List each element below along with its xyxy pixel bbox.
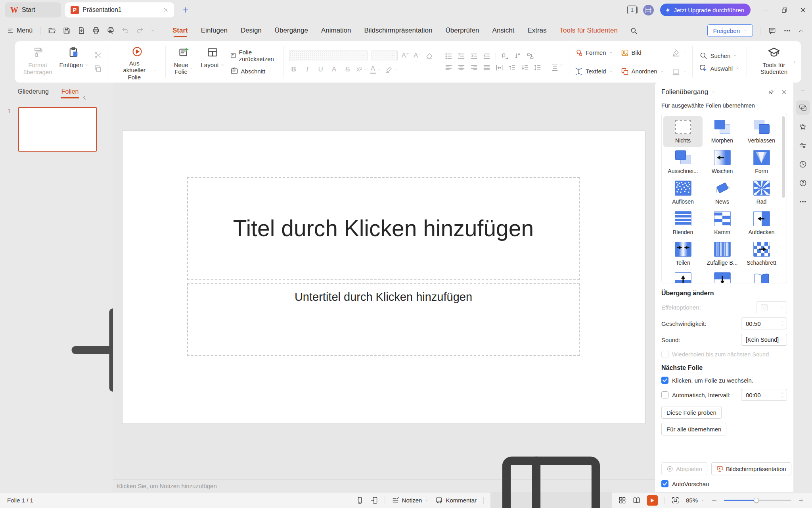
collapse-icon[interactable] [799,88,807,92]
font-color-button[interactable]: A [370,65,381,74]
advance-auto-checkbox[interactable] [661,391,668,398]
transition-option-nichts[interactable]: Nichts [663,116,703,147]
arrange-button[interactable]: Anordnen [621,67,664,75]
ribbon-expand-button[interactable] [790,45,799,79]
phone-view-icon[interactable] [356,496,364,504]
transition-option-auflösen[interactable]: Auflösen [663,177,703,208]
slideshow-button[interactable]: Bildschirmpräsentation [711,462,791,475]
chevron-down-icon[interactable] [711,91,715,93]
transition-option-rad[interactable]: Rad [742,177,781,208]
copy-icon[interactable] [94,65,102,73]
distribute-text-icon[interactable] [551,64,563,71]
window-count-badge[interactable]: 1 [627,6,637,14]
document-tab[interactable]: P Präsentation1 [65,2,174,17]
transition-option-verblassen[interactable]: Verblassen [742,116,781,147]
main-menu-button[interactable]: Menü [7,27,33,34]
char-border-button[interactable]: A [329,65,339,73]
collapse-panel-icon[interactable] [82,95,87,100]
menu-tab-tools-f-r-studenten[interactable]: Tools für Studenten [559,21,618,40]
share-button[interactable]: Freigeben [707,24,753,37]
transition-option-morphen[interactable]: Morphen [703,116,742,147]
transition-option-wischen[interactable]: Wischen [703,147,742,177]
play-preview-button[interactable]: Abspielen [661,462,707,475]
close-button[interactable] [800,7,806,13]
interval-input[interactable]: 00:00 [741,389,787,401]
cut-icon[interactable] [94,51,102,59]
zoom-slider[interactable] [724,498,791,503]
transition-option-form[interactable]: Form [742,147,781,177]
close-document-icon[interactable] [163,7,169,13]
speed-input[interactable]: 00.50 [741,318,787,329]
search-icon[interactable] [630,27,638,35]
advance-on-click-checkbox[interactable] [661,377,668,384]
transition-option-news[interactable]: News [703,177,742,208]
highlight-color-button[interactable] [385,65,398,73]
transition-option-blenden[interactable]: Blenden [663,208,703,239]
more-options-icon[interactable] [783,27,791,35]
transition-option-teilen[interactable]: Teilen [663,239,703,269]
menu-tab-ansicht[interactable]: Ansicht [492,21,515,40]
send-to-phone-icon[interactable] [370,496,378,504]
transition-option-ausschnei[interactable]: Ausschnei... [663,147,703,177]
print-icon[interactable] [92,27,100,35]
export-icon[interactable] [77,27,85,35]
pin-panel-icon[interactable] [768,89,774,95]
strikethrough-button[interactable]: S [343,65,352,73]
char-spacing-icon[interactable] [496,64,503,71]
textbox-button[interactable]: Textfeld [575,67,613,75]
tab-outline[interactable]: Gliederung [17,84,50,99]
bold-button[interactable]: B [289,65,299,73]
comment-toggle[interactable]: Kommentar [435,496,477,504]
outline-color-button[interactable] [672,67,687,75]
more-icon[interactable] [799,198,807,206]
normal-view-button[interactable] [490,440,612,508]
layout-button[interactable]: Layout [197,44,228,80]
find-button[interactable]: Suchen [699,52,739,60]
numbered-list-icon[interactable] [458,52,465,60]
menu-tab-extras[interactable]: Extras [527,21,547,40]
section-button[interactable]: Abschnitt [230,67,276,75]
sound-select[interactable]: [Kein Sound] [741,334,787,346]
home-tab[interactable]: W Start [5,2,61,17]
minimize-button[interactable] [762,7,769,13]
menu-tab-animation[interactable]: Animation [321,21,352,40]
effect-options-select[interactable] [756,301,787,313]
decrease-font-button[interactable]: A⁻ [414,51,421,60]
superscript-button[interactable]: X² [356,66,366,73]
rehearse-slide-button[interactable]: Diese Folie proben [661,406,722,419]
reading-view-button[interactable] [633,496,640,504]
picture-button[interactable]: Bild [621,49,664,57]
transition-option-schachbrett[interactable]: Schachbrett [742,239,781,269]
transition-option-book[interactable] [742,269,781,283]
tab-slides[interactable]: Folien [61,84,80,99]
zoom-out-button[interactable] [711,496,717,504]
transition-option-push-up[interactable] [663,269,703,283]
menu-tab-design[interactable]: Design [240,21,262,40]
vertical-text-icon[interactable] [514,52,521,60]
user-avatar[interactable] [643,5,654,15]
properties-icon[interactable] [799,142,807,150]
zoom-level[interactable]: 85% [686,497,705,504]
restore-button[interactable] [781,7,788,13]
justify-icon[interactable] [483,64,490,71]
title-placeholder[interactable]: Titel durch Klicken hinzufügen [187,177,580,280]
subtitle-placeholder[interactable]: Untertitel durch Klicken hinzufügen [187,283,580,356]
menu-tab-start[interactable]: Start [172,21,188,40]
transition-option-kamm[interactable]: Kamm [703,208,742,239]
shapes-button[interactable]: Formen [575,49,613,57]
loop-sound-checkbox[interactable] [661,351,668,358]
transition-option-push-down[interactable] [703,269,742,283]
increase-indent-icon[interactable] [483,52,490,60]
font-size-select[interactable] [372,50,398,61]
underline-button[interactable]: U [316,65,326,73]
increase-font-button[interactable]: A⁺ [402,51,410,60]
new-tab-button[interactable] [182,6,189,13]
undo-icon[interactable] [121,27,129,35]
align-right-icon[interactable] [470,64,478,71]
clear-format-icon[interactable] [425,52,433,60]
collapse-ribbon-icon[interactable] [799,27,804,35]
folder-open-icon[interactable] [48,27,56,35]
transition-option-aufdecken[interactable]: Aufdecken [742,208,781,239]
reset-slide-button[interactable]: Folie zurücksetzen [230,49,276,62]
history-icon[interactable] [799,160,807,168]
